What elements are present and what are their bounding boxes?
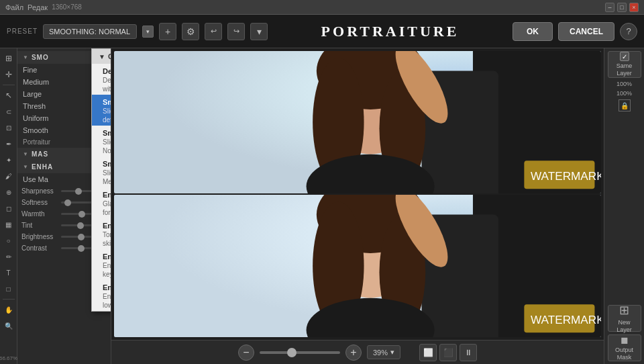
zoom-out-button[interactable]: − — [238, 345, 254, 361]
brightness-thumb[interactable] — [78, 234, 85, 240]
dropdown-item-enhance-tones[interactable]: Enhance: Tones Tonal enhancements applie… — [92, 218, 111, 249]
settings-icon[interactable]: ⚙ — [182, 23, 199, 40]
collapse-arrow-masking: ▼ — [23, 151, 29, 157]
item-enhance-highkey-desc: Enhancements to achieve a typical high k… — [103, 261, 111, 279]
minimize-button[interactable]: – — [605, 3, 614, 12]
tool-heal[interactable]: ✦ — [1, 152, 16, 167]
masking-section-label: MAS — [32, 150, 48, 158]
dropdown-item-enhance-glamour[interactable]: Enhance: Glamour Glamour settings applie… — [92, 187, 111, 218]
lock-icon[interactable]: 🔒 — [619, 99, 631, 111]
tool-eraser[interactable]: ◻ — [1, 201, 16, 216]
new-layer-panel[interactable]: ⊞ NewLayer — [608, 305, 641, 332]
same-layer-checkbox[interactable]: ✓ — [620, 52, 629, 61]
help-button[interactable]: ? — [620, 23, 637, 40]
enhance-section-label: ENHA — [32, 163, 53, 171]
close-button[interactable]: × — [629, 3, 639, 12]
same-layer-label: SameLayer — [616, 62, 633, 77]
collapse-arrow-smoothing: ▼ — [23, 54, 29, 60]
zoom-mode-buttons: ⬜ ⬛ ⏸ — [419, 344, 477, 361]
tool-hand[interactable]: ✋ — [1, 302, 16, 317]
tool-lasso[interactable]: ⊂ — [1, 104, 16, 119]
item-smoothing-normal-title: Smoothing: Normal — [103, 98, 111, 106]
item-enhance-tones-desc: Tonal enhancements applied to selected s… — [103, 230, 111, 248]
tool-eyedropper[interactable]: ✒ — [1, 136, 16, 151]
new-layer-label: NewLayer — [616, 319, 632, 334]
zoom-in-button[interactable]: + — [345, 345, 362, 361]
brightness-label: Brightness — [21, 233, 58, 240]
before-portrait-image: WATERMARK — [114, 51, 601, 193]
tool-brush[interactable]: 🖌 — [1, 169, 16, 183]
dropdown-item-smoothing-medium[interactable]: Smoothing: Medium Slightly more aggressi… — [92, 126, 111, 156]
svg-text:WATERMARK: WATERMARK — [531, 169, 601, 183]
layer-pct-2-row: 100% — [616, 90, 632, 97]
preset-dropdown-menu[interactable]: ▼ Generic Presets Default Default settin… — [91, 48, 111, 312]
plugin-title: Portraiture — [273, 23, 507, 40]
preset-dropdown-arrow[interactable]: ▾ — [142, 26, 154, 38]
output-mask-panel[interactable]: ◼ OutputMask — [608, 334, 641, 361]
item-smoothing-normal-desc: Slightly more aggressive smoothing than … — [103, 107, 111, 124]
contrast-label: Contrast — [21, 244, 58, 252]
undo-button[interactable]: ↩ — [205, 23, 222, 40]
zoom-percentage[interactable]: 39% ▾ — [367, 345, 400, 359]
zoom-slider[interactable] — [260, 351, 340, 354]
tool-select[interactable]: ↖ — [1, 88, 16, 103]
contrast-thumb[interactable] — [78, 245, 85, 252]
tint-label: Tint — [21, 222, 58, 229]
plugin-header: PRESET SMOOTHING: NORMAL ▾ + ⚙ ↩ ↪ ▾ Por… — [0, 15, 644, 48]
ok-button[interactable]: OK — [513, 22, 553, 41]
fit-width-button[interactable]: ⬜ — [419, 344, 437, 361]
preset-dropdown[interactable]: SMOOTHING: NORMAL — [43, 24, 137, 39]
window-controls: – □ × — [605, 3, 639, 12]
menu-edit[interactable]: Редак — [28, 3, 48, 11]
new-layer-icon: ⊞ — [619, 303, 629, 318]
item-enhance-glamour-desc: Glamour settings applied to whole image … — [103, 199, 111, 217]
tool-dodge[interactable]: ○ — [1, 233, 16, 248]
dropdown-item-enhance-highkey[interactable]: Enhance: High Key Enhancements to achiev… — [92, 249, 111, 280]
tool-home[interactable]: ⊞ — [1, 51, 16, 66]
tool-clone[interactable]: ⊕ — [1, 185, 16, 199]
warmth-thumb[interactable] — [78, 211, 85, 218]
sharpness-label: Sharpness — [21, 187, 58, 195]
tool-shape[interactable]: □ — [1, 281, 16, 296]
dropdown-item-smoothing-normal[interactable]: Smoothing: Normal Slightly more aggressi… — [92, 95, 111, 126]
item-default-title: Default — [103, 67, 111, 75]
sharpness-thumb[interactable] — [75, 188, 82, 195]
right-panel: ✓ SameLayer 100% 100% 🔒 ⊞ NewLayer ◼ Out… — [604, 48, 644, 364]
tool-text[interactable]: T — [1, 265, 16, 280]
softness-thumb[interactable] — [64, 199, 71, 206]
maximize-button[interactable]: □ — [617, 3, 627, 12]
same-layer-panel[interactable]: ✓ SameLayer — [608, 51, 641, 78]
layer-pct-2-value: 100% — [616, 90, 632, 97]
zoom-status: 66.67% — [0, 355, 17, 361]
pause-button[interactable]: ⏸ — [460, 344, 477, 361]
collapse-arrow-enhance: ▼ — [23, 164, 29, 170]
tint-thumb[interactable] — [77, 222, 84, 229]
dropdown-item-smoothing-strong[interactable]: Smoothing: Strong Slightly more aggressi… — [92, 156, 111, 187]
tool-gradient[interactable]: ▦ — [1, 217, 16, 232]
tool-pen[interactable]: ✏ — [1, 249, 16, 264]
tool-zoom[interactable]: 🔍 — [1, 318, 16, 333]
left-panel: ▼ SMO Fine Medium Large Thresh Uniform S… — [17, 48, 111, 364]
item-smoothing-strong-desc: Slightly more aggressive smoothing than … — [103, 169, 111, 186]
title-bar-menu: Файл Редак 1360×768 — [5, 3, 82, 11]
split-view-button[interactable]: ⬛ — [439, 344, 457, 361]
zoom-slider-thumb[interactable] — [287, 348, 297, 357]
zoom-pct-value: 39% — [373, 349, 388, 357]
add-preset-button[interactable]: + — [159, 23, 176, 40]
dropdown-menu-header: ▼ Generic Presets — [92, 49, 111, 64]
item-smoothing-medium-title: Smoothing: Medium — [103, 129, 111, 137]
tool-move[interactable]: ✛ — [1, 67, 16, 82]
dropdown-item-default[interactable]: Default Default settings applied to whol… — [92, 64, 111, 95]
svg-text:WATERMARK: WATERMARK — [531, 313, 601, 326]
cancel-button[interactable]: CANCEL — [558, 22, 614, 41]
tool-crop[interactable]: ⊡ — [1, 120, 16, 135]
images-container: WATERMARK — [111, 48, 604, 340]
redo-button[interactable]: ↪ — [227, 23, 245, 40]
expand-button[interactable]: ▾ — [250, 23, 268, 40]
item-enhance-highkey-title: Enhance: High Key — [103, 253, 111, 261]
layer-pct-1-row: 100% — [616, 81, 632, 87]
dropdown-item-enhance-lowkey[interactable]: Enhance: Low Key Enhancements to achieve… — [92, 280, 111, 311]
item-default-desc: Default settings applied to whole image … — [103, 76, 111, 93]
menu-file[interactable]: Файл — [5, 3, 23, 11]
main-layout: ⊞ ✛ ↖ ⊂ ⊡ ✒ ✦ 🖌 ⊕ ◻ ▦ ○ ✏ T □ ✋ 🔍 66.67%… — [0, 48, 644, 364]
